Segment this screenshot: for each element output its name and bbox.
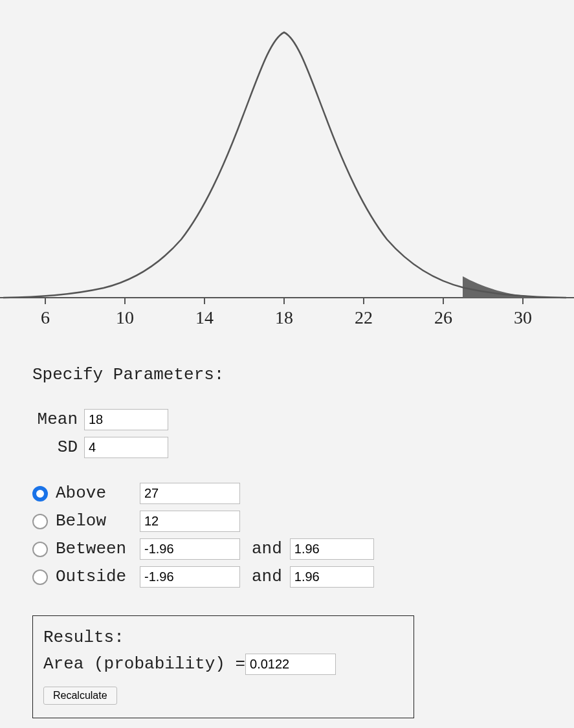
below-label: Below [56, 509, 140, 534]
between-label: Between [56, 536, 140, 562]
specify-parameters-title: Specify Parameters: [32, 362, 542, 388]
mean-input[interactable] [84, 409, 168, 430]
above-value-input[interactable] [140, 483, 240, 504]
x-tick-label: 14 [195, 307, 214, 327]
above-label: Above [56, 481, 140, 506]
x-tick-label: 10 [116, 307, 134, 327]
between-low-input[interactable] [140, 538, 240, 560]
outside-label: Outside [56, 564, 140, 590]
sd-label: SD [32, 435, 78, 460]
radio-between[interactable] [32, 542, 48, 557]
x-tick-label: 18 [275, 307, 293, 327]
area-value-output[interactable] [245, 654, 336, 675]
shaded-tail [463, 276, 566, 298]
x-tick-label: 22 [355, 307, 373, 327]
radio-below[interactable] [32, 514, 48, 529]
normal-distribution-chart: 6 10 14 18 22 26 30 [0, 0, 574, 336]
pdf-curve [3, 32, 566, 298]
recalculate-button[interactable]: Recalculate [43, 687, 117, 705]
between-high-input[interactable] [290, 538, 374, 560]
outside-high-input[interactable] [290, 566, 374, 588]
radio-above[interactable] [32, 486, 48, 502]
results-box: Results: Area (probability) = Recalculat… [32, 615, 414, 718]
results-title: Results: [43, 625, 403, 650]
mean-label: Mean [32, 407, 78, 432]
x-tick-label: 26 [434, 307, 452, 327]
outside-low-input[interactable] [140, 566, 240, 588]
area-label: Area (probability) = [43, 652, 245, 677]
x-tick-label: 30 [514, 307, 532, 327]
and-label-1: and [252, 536, 282, 562]
and-label-2: and [252, 564, 282, 590]
x-tick-label: 6 [41, 307, 50, 327]
sd-input[interactable] [84, 437, 168, 458]
radio-outside[interactable] [32, 569, 48, 585]
below-value-input[interactable] [140, 511, 240, 532]
